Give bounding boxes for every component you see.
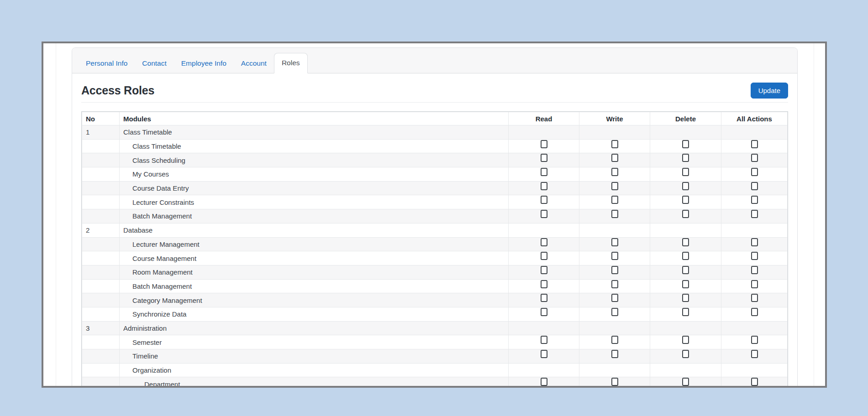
tab-employee-info[interactable]: Employee Info [174,54,234,73]
all-actions-cell [721,293,788,307]
read-checkbox[interactable] [541,294,547,302]
table-row: Semester [82,335,788,349]
access-roles-table: NoModulesReadWriteDeleteAll Actions 1Cla… [82,112,788,388]
write-checkbox[interactable] [611,336,618,344]
write-checkbox[interactable] [611,280,618,288]
write-checkbox[interactable] [611,140,618,148]
all-actions-checkbox[interactable] [751,140,758,148]
read-checkbox[interactable] [541,266,547,274]
read-checkbox[interactable] [541,336,547,344]
row-number-cell [82,209,120,224]
module-name: Batch Management [120,209,509,224]
delete-checkbox[interactable] [682,336,689,344]
access-roles-table-frame: NoModulesReadWriteDeleteAll Actions 1Cla… [81,111,788,388]
write-checkbox[interactable] [611,168,618,176]
all-actions-cell [721,321,788,335]
module-name: Room Management [120,265,509,279]
all-actions-checkbox[interactable] [751,210,758,218]
table-row: Batch Management [82,279,788,293]
tab-roles[interactable]: Roles [274,53,308,73]
column-header-read: Read [509,112,579,125]
delete-checkbox[interactable] [682,238,689,246]
write-checkbox[interactable] [611,266,618,274]
delete-checkbox[interactable] [682,154,689,162]
delete-checkbox[interactable] [682,308,689,316]
all-actions-checkbox[interactable] [751,350,758,358]
read-cell [509,167,579,182]
read-cell [509,209,579,224]
delete-cell [650,237,721,251]
read-checkbox[interactable] [541,182,547,190]
delete-checkbox[interactable] [682,280,689,288]
write-checkbox[interactable] [611,196,618,204]
read-checkbox[interactable] [541,280,547,288]
delete-checkbox[interactable] [682,196,689,204]
row-number-cell [82,237,120,251]
read-checkbox[interactable] [541,196,547,204]
read-checkbox[interactable] [541,252,547,260]
read-checkbox[interactable] [541,168,547,176]
read-checkbox[interactable] [541,140,547,148]
all-actions-checkbox[interactable] [751,168,758,176]
all-actions-checkbox[interactable] [751,294,758,302]
table-body: 1Class TimetableClass TimetableClass Sch… [82,125,788,388]
write-checkbox[interactable] [611,182,618,190]
tab-personal-info[interactable]: Personal Info [79,54,135,73]
scrollbar-gutter-right [814,43,814,386]
delete-checkbox[interactable] [682,168,689,176]
delete-cell [650,209,721,224]
read-checkbox[interactable] [541,154,547,162]
table-row: Course Management [82,251,788,265]
read-checkbox[interactable] [541,210,547,218]
delete-checkbox[interactable] [682,350,689,358]
write-checkbox[interactable] [611,308,618,316]
all-actions-checkbox[interactable] [751,266,758,274]
read-checkbox[interactable] [541,238,547,246]
update-button[interactable]: Update [751,83,788,99]
read-checkbox[interactable] [541,378,547,386]
table-row: Synchronize Data [82,307,788,321]
module-name: Database [120,223,509,237]
delete-checkbox[interactable] [682,182,689,190]
write-cell [579,349,650,364]
delete-checkbox[interactable] [682,266,689,274]
read-checkbox[interactable] [541,350,547,358]
delete-checkbox[interactable] [682,252,689,260]
row-number-cell: 1 [82,125,120,140]
write-checkbox[interactable] [611,210,618,218]
all-actions-checkbox[interactable] [751,378,758,386]
tab-account[interactable]: Account [234,54,274,73]
write-checkbox[interactable] [611,378,618,386]
all-actions-checkbox[interactable] [751,280,758,288]
delete-checkbox[interactable] [682,294,689,302]
write-cell [579,251,650,265]
delete-checkbox[interactable] [682,210,689,218]
all-actions-checkbox[interactable] [751,238,758,246]
all-actions-checkbox[interactable] [751,182,758,190]
scrollbar-gutter-left [56,43,56,386]
write-checkbox[interactable] [611,350,618,358]
tab-contact[interactable]: Contact [135,54,174,73]
all-actions-checkbox[interactable] [751,154,758,162]
delete-checkbox[interactable] [682,378,689,386]
column-header-write: Write [579,112,650,125]
all-actions-cell [721,307,788,321]
read-cell [509,321,579,335]
all-actions-checkbox[interactable] [751,252,758,260]
delete-checkbox[interactable] [682,140,689,148]
write-checkbox[interactable] [611,294,618,302]
all-actions-checkbox[interactable] [751,336,758,344]
all-actions-checkbox[interactable] [751,196,758,204]
read-checkbox[interactable] [541,308,547,316]
read-cell [509,251,579,265]
read-cell [509,335,579,349]
delete-cell [650,167,721,182]
write-checkbox[interactable] [611,238,618,246]
all-actions-checkbox[interactable] [751,308,758,316]
row-number-cell [82,279,120,293]
write-checkbox[interactable] [611,252,618,260]
write-checkbox[interactable] [611,154,618,162]
write-cell [579,167,650,182]
delete-cell [650,223,721,237]
module-name: Class Scheduling [120,153,509,167]
